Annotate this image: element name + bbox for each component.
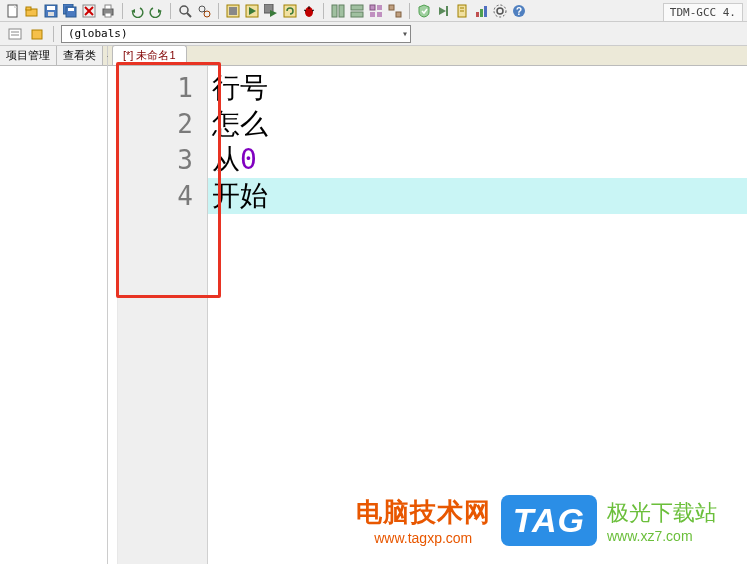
svg-text:?: ?	[516, 6, 522, 17]
code-number: 0	[240, 143, 257, 176]
redo-icon[interactable]	[147, 2, 165, 20]
svg-rect-3	[26, 7, 31, 10]
body: 项目管理 查看类 ◂▸ [*] 未命名1 1 2 3 4 行号 怎么 从0 开始	[0, 46, 747, 564]
svg-rect-56	[9, 29, 21, 39]
svg-rect-5	[47, 6, 55, 10]
chevron-down-icon: ▾	[402, 28, 408, 39]
layout3-icon[interactable]	[367, 2, 385, 20]
svg-rect-29	[284, 5, 296, 17]
find-icon[interactable]	[176, 2, 194, 20]
main-toolbar: ? TDM-GCC 4.	[0, 0, 747, 22]
svg-rect-35	[339, 5, 344, 17]
svg-line-19	[187, 13, 191, 17]
rebuild-icon[interactable]	[281, 2, 299, 20]
line-number: 3	[118, 142, 193, 178]
svg-rect-43	[396, 12, 401, 17]
open-icon[interactable]	[23, 2, 41, 20]
save-icon[interactable]	[42, 2, 60, 20]
run-icon[interactable]	[243, 2, 261, 20]
bookmark-icon[interactable]	[453, 2, 471, 20]
undo-icon[interactable]	[128, 2, 146, 20]
tab-bar: [*] 未命名1	[108, 46, 747, 66]
line-number: 4	[118, 178, 193, 214]
line-number: 2	[118, 106, 193, 142]
svg-point-52	[497, 8, 503, 14]
layout1-icon[interactable]	[329, 2, 347, 20]
svg-rect-6	[48, 12, 54, 16]
print-icon[interactable]	[99, 2, 117, 20]
svg-rect-42	[389, 5, 394, 10]
svg-point-53	[494, 5, 506, 17]
line-number-gutter: 1 2 3 4	[118, 66, 208, 564]
sidebar-body	[0, 66, 107, 564]
globals-combo[interactable]: (globals) ▾	[61, 25, 411, 43]
svg-line-22	[204, 11, 205, 12]
toolbar-group-misc: ?	[415, 2, 528, 20]
toolbar-group-layout	[329, 2, 404, 20]
help-icon[interactable]: ?	[510, 2, 528, 20]
list-icon[interactable]	[6, 25, 24, 43]
saveall-icon[interactable]	[61, 2, 79, 20]
svg-rect-49	[476, 12, 479, 17]
svg-rect-59	[32, 30, 42, 39]
file-tab-untitled[interactable]: [*] 未命名1	[112, 45, 187, 65]
svg-marker-44	[439, 7, 446, 15]
svg-rect-36	[351, 5, 363, 10]
toolbar-group-search	[176, 2, 213, 20]
globals-combo-text: (globals)	[68, 27, 128, 40]
line-number: 1	[118, 70, 193, 106]
compile-icon[interactable]	[224, 2, 242, 20]
close-icon[interactable]	[80, 2, 98, 20]
new-icon[interactable]	[4, 2, 22, 20]
svg-rect-40	[370, 12, 375, 17]
svg-rect-37	[351, 12, 363, 17]
toolbar-group-file	[4, 2, 117, 20]
svg-rect-14	[105, 5, 111, 9]
toolbar-group-compile	[224, 2, 318, 20]
side-tabs: 项目管理 查看类 ◂▸	[0, 46, 107, 66]
symbol-bar: (globals) ▾	[0, 22, 747, 46]
code-text: 从	[212, 143, 240, 176]
toolbar-group-edit	[128, 2, 165, 20]
replace-icon[interactable]	[195, 2, 213, 20]
debug-icon[interactable]	[300, 2, 318, 20]
compiler-label: TDM-GCC 4.	[663, 3, 743, 22]
compile-run-icon[interactable]	[262, 2, 280, 20]
code-line[interactable]: 从0	[208, 142, 747, 178]
svg-rect-41	[377, 12, 382, 17]
svg-rect-50	[480, 9, 483, 17]
svg-rect-24	[229, 7, 237, 15]
gear-icon[interactable]	[491, 2, 509, 20]
code-editor[interactable]: 1 2 3 4 行号 怎么 从0 开始	[108, 66, 747, 564]
fold-margin	[108, 66, 118, 564]
folders-icon[interactable]	[28, 25, 46, 43]
svg-rect-9	[68, 8, 74, 11]
svg-rect-15	[105, 13, 111, 17]
svg-rect-51	[484, 6, 487, 17]
goto-icon[interactable]	[434, 2, 452, 20]
code-line[interactable]: 怎么	[208, 106, 747, 142]
side-tab-classview[interactable]: 查看类	[57, 46, 103, 65]
svg-point-18	[180, 6, 188, 14]
svg-rect-39	[377, 5, 382, 10]
shield-icon[interactable]	[415, 2, 433, 20]
code-line-current[interactable]: 开始	[208, 178, 747, 214]
chart-icon[interactable]	[472, 2, 490, 20]
code-line[interactable]: 行号	[208, 70, 747, 106]
layout4-icon[interactable]	[386, 2, 404, 20]
sidebar: 项目管理 查看类 ◂▸	[0, 46, 108, 564]
layout2-icon[interactable]	[348, 2, 366, 20]
side-tab-project[interactable]: 项目管理	[0, 46, 57, 65]
svg-rect-38	[370, 5, 375, 10]
code-content[interactable]: 行号 怎么 从0 开始	[208, 66, 747, 564]
editor-area: [*] 未命名1 1 2 3 4 行号 怎么 从0 开始	[108, 46, 747, 564]
svg-rect-34	[332, 5, 337, 17]
